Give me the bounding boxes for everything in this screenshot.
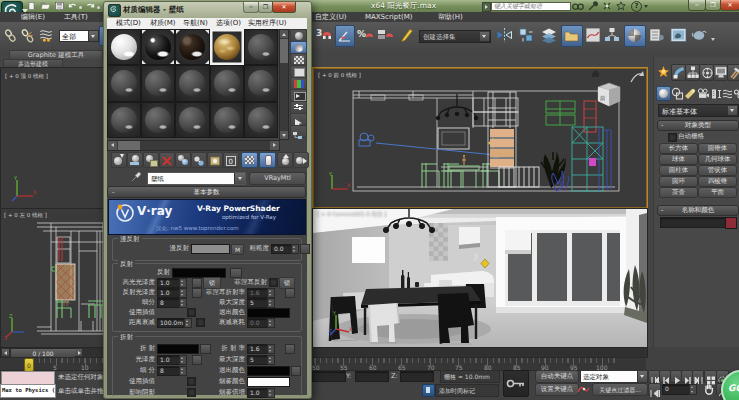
new-file-icon[interactable] — [26, 2, 37, 10]
button-cone[interactable]: 圆锥体 — [698, 143, 737, 154]
make-unique-button[interactable] — [191, 152, 207, 168]
coord-z-field[interactable] — [400, 371, 434, 382]
coord-x-field[interactable] — [312, 371, 346, 382]
orbit-arrow-icon[interactable] — [629, 70, 645, 84]
percent-snap-icon[interactable]: % — [357, 27, 373, 43]
button-geosphere[interactable]: 几何球体 — [698, 154, 737, 165]
keyboard-override-icon[interactable] — [399, 27, 415, 43]
me-menu-material[interactable]: 材质(M) — [150, 18, 176, 29]
material-slot[interactable] — [244, 102, 278, 138]
category-spacewarps[interactable] — [722, 86, 733, 99]
refr-maxdepth-spinner[interactable] — [267, 355, 275, 365]
frame-spinner[interactable] — [689, 384, 697, 395]
button-pyramid[interactable]: 四棱锥 — [698, 176, 737, 187]
menu-help[interactable]: 帮助(H) — [438, 12, 463, 22]
material-slot[interactable] — [141, 29, 175, 65]
render-production-icon[interactable] — [691, 27, 708, 43]
material-slot[interactable] — [244, 29, 278, 65]
material-slot[interactable] — [107, 65, 141, 101]
menu-maxscript[interactable]: MAXScript(M) — [365, 12, 412, 22]
redo-icon[interactable] — [85, 2, 96, 10]
me-menu-utilities[interactable]: 实用程序(U) — [248, 18, 287, 29]
search-binoculars-icon[interactable] — [572, 1, 584, 11]
show-map-viewport-button[interactable] — [241, 152, 258, 168]
button-sphere[interactable]: 球体 — [659, 154, 698, 165]
mirror-icon[interactable] — [496, 27, 513, 43]
viewport-camera-label[interactable]: [ + 0 Camera001 0 真实 ] — [317, 211, 386, 218]
maxscript-mini-listener[interactable] — [1, 371, 55, 385]
layer-manager-icon[interactable] — [541, 27, 557, 43]
slots-hscrollbar[interactable] — [107, 140, 280, 151]
material-slot[interactable] — [244, 65, 278, 101]
ior-map-button[interactable] — [285, 344, 295, 354]
primitive-type-dropdown[interactable]: 标准基本体 — [658, 104, 739, 117]
minimize-button[interactable]: ─ — [688, 0, 706, 11]
menu-edit[interactable]: 编辑(E) — [21, 12, 45, 22]
button-cylinder[interactable]: 圆柱体 — [659, 165, 698, 176]
tab-create[interactable] — [657, 65, 669, 79]
pick-material-eyedropper[interactable] — [130, 171, 142, 183]
viewport-top[interactable]: [ + 0 顶 0 线框 ] Y X — [0, 67, 105, 209]
material-slot[interactable] — [107, 29, 141, 65]
time-marker[interactable]: 0 — [24, 358, 34, 372]
wrench-icon[interactable] — [588, 1, 598, 11]
select-link-icon[interactable] — [4, 29, 17, 43]
slots-vscrollbar[interactable] — [279, 29, 289, 140]
material-slot-active[interactable] — [210, 29, 244, 65]
category-lights[interactable] — [684, 86, 696, 99]
material-slot[interactable] — [175, 65, 209, 101]
key-mode-button[interactable] — [648, 383, 661, 396]
graphite-toggle-button[interactable] — [561, 25, 583, 47]
add-time-tag[interactable]: 添加时间标记 — [435, 384, 499, 397]
material-slot[interactable] — [175, 102, 209, 138]
go-forward-sibling-button[interactable] — [293, 152, 309, 168]
material-slot[interactable] — [210, 65, 244, 101]
exit-color-swatch[interactable] — [247, 308, 290, 318]
open-file-icon[interactable] — [40, 2, 51, 10]
refr-exit-map-button[interactable] — [291, 366, 301, 376]
refract-map-button[interactable] — [200, 344, 211, 354]
help-icon[interactable]: ? — [631, 1, 642, 12]
category-systems[interactable] — [733, 86, 739, 99]
maximize-button[interactable]: ❐ — [705, 0, 721, 11]
category-shapes[interactable] — [671, 86, 683, 99]
ior-spinner[interactable] — [267, 344, 275, 354]
time-slider-next[interactable] — [75, 349, 82, 356]
object-name-field[interactable] — [660, 217, 726, 228]
help-dropdown-arrow[interactable] — [644, 5, 648, 8]
viewport-camera[interactable]: [ + 0 Camera001 0 真实 ] Y X Z — [312, 208, 648, 349]
time-slider-prev[interactable] — [2, 349, 9, 356]
render-dropdown-arrow[interactable] — [711, 38, 715, 41]
object-color-swatch[interactable] — [725, 217, 737, 229]
material-editor-minimize[interactable]: ─ — [243, 2, 259, 13]
diffuse-color-swatch[interactable] — [191, 244, 230, 254]
viewcube[interactable]: 前 — [593, 80, 625, 110]
favorites-star-icon[interactable] — [616, 1, 626, 11]
roughness-spinner[interactable] — [291, 244, 299, 254]
material-slot[interactable] — [210, 102, 244, 138]
key-filter-curve-icon[interactable] — [577, 384, 590, 395]
material-editor-close[interactable]: ✕ — [272, 2, 296, 13]
refr-exit-swatch[interactable] — [247, 366, 290, 376]
fresnel-ior-map-button[interactable] — [285, 288, 295, 298]
track-bar[interactable]: 5 10 50 55 60 65 70 75 80 85 90 95 100 0 — [0, 357, 646, 371]
viewport-front[interactable]: [ + 0 前 0 线框 ] — [312, 67, 648, 209]
rendered-frame-icon[interactable] — [670, 27, 687, 43]
set-key-button[interactable]: 设置关键点 — [535, 383, 579, 396]
coord-y-field[interactable] — [355, 371, 389, 382]
show-end-result-button[interactable] — [259, 152, 276, 168]
material-editor-button[interactable] — [624, 25, 646, 47]
refract-color-swatch[interactable] — [157, 344, 199, 354]
spinner-snap-icon[interactable] — [377, 27, 393, 43]
menu-tools[interactable]: 工具(T) — [64, 12, 88, 22]
category-helpers[interactable] — [711, 86, 722, 99]
selection-filter-dropdown[interactable]: 全部 — [59, 30, 99, 42]
fresnel-checkbox[interactable] — [269, 278, 278, 287]
key-filters-button[interactable]: 关键点过滤器... — [592, 383, 648, 396]
angle-snap-button[interactable] — [335, 25, 355, 47]
fresnel-ior-spinner[interactable] — [267, 288, 275, 298]
save-icon[interactable] — [54, 2, 65, 10]
tab-hierarchy[interactable] — [685, 64, 700, 81]
material-slot[interactable] — [141, 102, 175, 138]
communication-icon[interactable] — [602, 1, 612, 11]
